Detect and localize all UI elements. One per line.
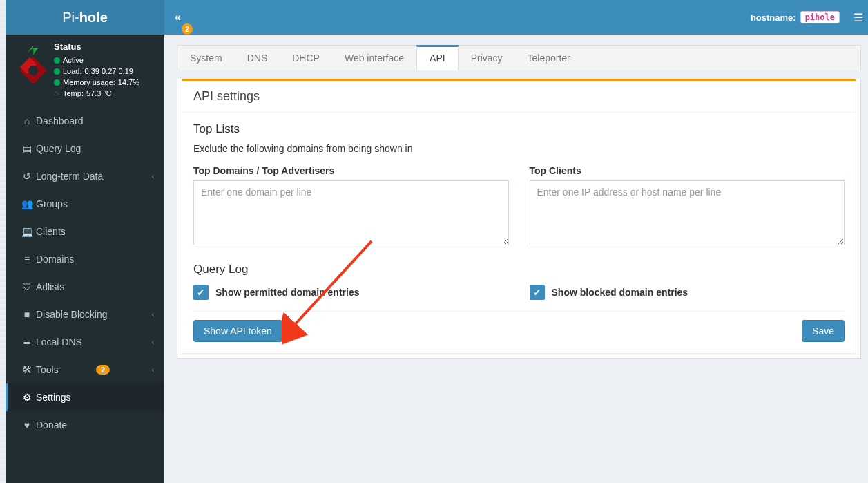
hostname-display: hostname: pihole — [751, 11, 840, 23]
chevron-left-icon: ‹ — [152, 173, 154, 180]
pihole-logo — [12, 41, 54, 99]
status-active: Active — [54, 55, 157, 66]
sidebar-item-tools[interactable]: 🛠 Tools 2 ‹ — [6, 356, 164, 383]
status-load-label: Load: — [63, 66, 82, 77]
heart-icon: ♥ — [18, 419, 36, 430]
status-memory: Memory usage: 14.7% — [54, 77, 157, 88]
sidebar-item-label: Dashboard — [36, 115, 84, 126]
sidebar-item-label: Donate — [36, 419, 67, 430]
history-icon: ↺ — [18, 171, 36, 182]
sidebar-item-querylog[interactable]: ▤ Query Log — [6, 135, 164, 162]
chevron-left-icon: ‹ — [152, 311, 154, 319]
dot-icon — [54, 57, 60, 64]
stop-icon: ■ — [18, 309, 36, 320]
sidebar-item-settings[interactable]: ⚙ Settings — [6, 383, 164, 411]
svg-point-2 — [28, 66, 38, 75]
shield-icon: 🛡 — [18, 281, 36, 292]
dot-icon — [54, 68, 60, 75]
status-load-values: 0.39 0.27 0.19 — [85, 66, 133, 77]
content: System DNS DHCP Web interface API Privac… — [164, 35, 868, 483]
sidebar-item-longterm[interactable]: ↺ Long-term Data ‹ — [6, 162, 164, 190]
toplists-heading: Top Lists — [193, 122, 845, 136]
notification-badge: 2 — [182, 23, 193, 35]
list-icon: ≣ — [18, 337, 36, 348]
tools-icon: 🛠 — [18, 364, 36, 375]
sidebar-item-label: Domains — [36, 254, 74, 265]
tab-system[interactable]: System — [177, 46, 235, 70]
status-mem-label: Memory usage: — [63, 77, 115, 88]
top-domains-label: Top Domains / Top Advertisers — [193, 165, 509, 176]
fire-icon: ♨ — [54, 88, 60, 99]
status-load: Load: 0.39 0.27 0.19 — [54, 66, 157, 77]
users-icon: 👥 — [18, 198, 36, 209]
laptop-icon: 💻 — [18, 226, 36, 237]
status-title: Status — [54, 41, 157, 52]
brand-prefix: Pi- — [62, 10, 79, 26]
tab-teleporter[interactable]: Teleporter — [515, 46, 583, 70]
sidebar-item-clients[interactable]: 💻 Clients — [6, 218, 164, 245]
tab-privacy[interactable]: Privacy — [459, 46, 515, 70]
chevron-double-left-icon: « — [175, 11, 177, 23]
brand-bold: hole — [79, 10, 108, 26]
chevron-left-icon: ‹ — [152, 339, 154, 346]
tab-dns[interactable]: DNS — [235, 46, 280, 70]
status-temp: ♨ Temp: 57.3 °C — [54, 88, 157, 99]
hostname-label: hostname: — [751, 12, 796, 23]
status-mem-value: 14.7% — [118, 77, 139, 88]
sidebar-item-label: Groups — [36, 198, 68, 209]
sidebar-item-label: Long-term Data — [36, 171, 103, 182]
bars-icon: ☰ — [853, 12, 863, 23]
tab-api[interactable]: API — [416, 45, 459, 70]
sidebar-item-label: Adlists — [36, 281, 64, 292]
sidebar-item-disable[interactable]: ■ Disable Blocking ‹ — [6, 301, 164, 328]
menu-toggle-button[interactable]: ☰ — [853, 11, 863, 24]
tab-web[interactable]: Web interface — [332, 46, 416, 70]
dot-icon — [54, 79, 60, 86]
sidebar-item-domains[interactable]: ≡ Domains — [6, 245, 164, 273]
top-domains-textarea[interactable] — [193, 180, 509, 245]
status-active-label: Active — [63, 55, 84, 66]
status-block: Status Active Load: 0.39 0.27 0.19 Memor… — [6, 35, 164, 107]
save-button[interactable]: Save — [802, 320, 845, 342]
checkbox-checked-icon: ✓ — [530, 285, 545, 300]
permitted-checkbox[interactable]: ✓ Show permitted domain entries — [193, 285, 509, 300]
list-icon: ≡ — [18, 254, 36, 265]
chevron-left-icon: ‹ — [152, 366, 154, 374]
status-temp-label: Temp: — [63, 88, 84, 99]
querylog-heading: Query Log — [193, 263, 845, 276]
sidebar-item-label: Query Log — [36, 143, 81, 154]
top-clients-label: Top Clients — [530, 165, 845, 176]
sidebar-item-label: Local DNS — [36, 337, 82, 348]
sidebar-item-donate[interactable]: ♥ Donate — [6, 411, 164, 439]
sidebar-item-label: Settings — [36, 392, 71, 403]
pihole-logo-icon — [17, 44, 49, 86]
show-api-token-button[interactable]: Show API token — [193, 320, 282, 342]
sidebar-item-groups[interactable]: 👥 Groups — [6, 190, 164, 218]
gear-icon: ⚙ — [18, 392, 36, 403]
sidebar-item-localdns[interactable]: ≣ Local DNS ‹ — [6, 328, 164, 356]
blocked-checkbox[interactable]: ✓ Show blocked domain entries — [530, 285, 845, 300]
sidebar-item-label: Disable Blocking — [36, 309, 108, 320]
sidebar-collapse-button[interactable]: « 2 — [175, 11, 195, 23]
status-temp-value: 57.3 °C — [86, 88, 112, 99]
file-icon: ▤ — [18, 143, 36, 154]
sidebar-item-dashboard[interactable]: ⌂ Dashboard — [6, 107, 164, 135]
tools-badge: 2 — [96, 365, 110, 375]
tab-dhcp[interactable]: DHCP — [280, 46, 332, 70]
sidebar-item-adlists[interactable]: 🛡 Adlists — [6, 273, 164, 301]
main: « 2 hostname: pihole ☰ System DNS DHCP W… — [164, 0, 868, 483]
brand[interactable]: Pi-hole — [6, 0, 164, 35]
toplists-sub: Exclude the following domains from being… — [193, 143, 845, 154]
permitted-label: Show permitted domain entries — [215, 287, 359, 298]
settings-tabs: System DNS DHCP Web interface API Privac… — [177, 45, 861, 70]
checkbox-checked-icon: ✓ — [193, 285, 209, 300]
topbar: « 2 hostname: pihole ☰ — [164, 0, 868, 35]
panel-title: API settings — [182, 81, 856, 113]
sidebar-nav: ⌂ Dashboard ▤ Query Log ↺ Long-term Data… — [6, 107, 164, 439]
sidebar-item-label: Tools — [36, 364, 59, 375]
hostname-value: pihole — [800, 11, 840, 23]
settings-panel: API settings Top Lists Exclude the follo… — [177, 79, 861, 359]
sidebar: Pi-hole Status A — [6, 0, 164, 483]
blocked-label: Show blocked domain entries — [552, 287, 688, 298]
top-clients-textarea[interactable] — [530, 180, 845, 245]
